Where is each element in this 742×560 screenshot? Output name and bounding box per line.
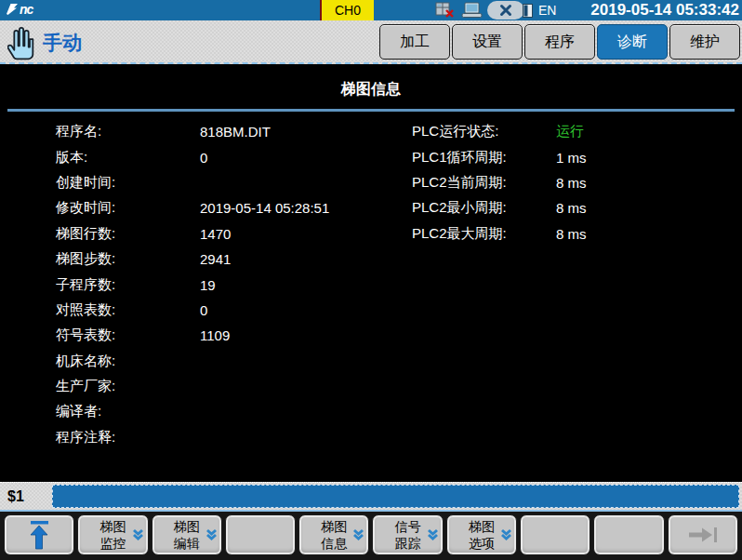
info-label: 符号表数: (56, 327, 200, 344)
info-label: PLC2当前周期: (412, 174, 556, 192)
info-label: 机床名称: (56, 353, 200, 370)
info-label: 梯图步数: (56, 250, 200, 268)
tab-maintenance[interactable]: 维护 (669, 24, 740, 60)
plc-status-value: 运行 (556, 123, 584, 140)
close-pill-icon[interactable] (487, 1, 524, 20)
softkey-return-top[interactable] (4, 514, 74, 555)
info-label: 程序注释: (56, 429, 200, 447)
row-version: 版本:0 (56, 144, 412, 169)
info-value: 2019-05-14 05:28:51 (200, 200, 329, 216)
row-compiler: 编译者: (56, 399, 412, 424)
chevron-down-icon (132, 528, 144, 541)
softkey-next-page[interactable] (668, 514, 738, 555)
cnc-logo-mark-icon (5, 2, 20, 17)
info-value: 818BM.DIT (200, 124, 271, 140)
softkey-signal-trace[interactable]: 信号跟踪 (372, 514, 443, 555)
info-value: 19 (200, 277, 216, 293)
info-value: 2941 (200, 251, 231, 267)
info-value: 0 (200, 302, 207, 318)
info-label: 对照表数: (56, 301, 200, 319)
remote-pc-icon (460, 2, 483, 19)
row-modify-time: 修改时间:2019-05-14 05:28:51 (56, 195, 412, 220)
row-plc2-current: PLC2当前周期:8 ms (412, 170, 742, 195)
row-plc2-min: PLC2最小周期:8 ms (412, 195, 742, 220)
info-label: PLC1循环周期: (412, 149, 556, 167)
command-input[interactable] (52, 485, 739, 508)
info-label: 子程序数: (56, 276, 200, 294)
cnc-screen: nc CH0 (0, 0, 742, 560)
page-title: 梯图信息 (0, 66, 742, 100)
softkey-ladder-info[interactable]: 梯图信息 (298, 514, 369, 555)
network-error-icon (435, 2, 456, 19)
softkey-ladder-edit[interactable]: 梯图编辑 (152, 514, 222, 555)
channel-prompt: $1 (0, 488, 52, 505)
cnc-logo-icon: nc (5, 2, 33, 17)
channel-badge[interactable]: CH0 (320, 0, 374, 20)
return-top-arrow-icon (27, 519, 51, 551)
softkey-label: 梯图监控 (99, 518, 126, 552)
row-ladder-lines: 梯图行数:1470 (56, 221, 412, 247)
chevron-down-icon (500, 528, 512, 541)
main-tabs: 加工 设置 程序 诊断 维护 (379, 24, 740, 60)
chevron-down-icon (352, 528, 364, 541)
softkey-ladder-options[interactable]: 梯图选项 (446, 514, 517, 555)
info-value: 1470 (200, 226, 231, 242)
info-value: 8 ms (556, 200, 587, 216)
row-plc-status: PLC运行状态:运行 (412, 119, 742, 144)
row-machine-name: 机床名称: (56, 349, 412, 374)
ime-icon (523, 4, 533, 18)
command-bar: $1 (0, 482, 742, 510)
softkey-label: 信号跟踪 (395, 518, 421, 552)
softkey-ladder-monitor[interactable]: 梯图监控 (77, 514, 148, 555)
info-label: PLC运行状态: (412, 123, 556, 140)
row-symbol-tables: 符号表数:1109 (56, 323, 412, 348)
row-crossref-tables: 对照表数:0 (56, 298, 412, 323)
softkey-label: 梯图信息 (321, 518, 347, 552)
info-value: 8 ms (556, 226, 587, 242)
info-label: 生产厂家: (56, 378, 200, 395)
softkey-empty-2[interactable] (520, 514, 590, 555)
ladder-info-panel: 梯图信息 程序名:818BM.DIT 版本:0 创建时间: 修改时间:2019-… (0, 66, 742, 482)
info-column-right: PLC运行状态:运行 PLC1循环周期:1 ms PLC2当前周期:8 ms P… (412, 119, 742, 450)
softkey-empty-3[interactable] (593, 514, 664, 555)
softkey-label: 梯图编辑 (174, 518, 200, 552)
info-value: 1 ms (556, 150, 587, 166)
row-plc1-cycle: PLC1循环周期:1 ms (412, 144, 742, 169)
row-ladder-steps: 梯图步数:2941 (56, 247, 412, 272)
language-label: EN (538, 3, 556, 18)
hand-icon (7, 24, 39, 65)
datetime-display: 2019-05-14 05:33:42 (590, 0, 739, 20)
tab-program[interactable]: 程序 (524, 24, 595, 60)
mode-label: 手动 (43, 30, 82, 56)
row-plc2-max: PLC2最大周期:8 ms (412, 221, 742, 247)
chevron-down-icon (205, 528, 218, 541)
info-label: 编译者: (56, 403, 200, 420)
info-label: 梯图行数: (56, 225, 200, 243)
top-status-icons (435, 1, 524, 20)
info-label: PLC2最大周期: (412, 225, 556, 243)
mode-tab-bar: 手动 加工 设置 程序 诊断 维护 (0, 20, 742, 64)
softkey-bar: 梯图监控 梯图编辑 梯图信息 (0, 510, 742, 560)
info-value: 8 ms (556, 175, 587, 191)
tab-settings[interactable]: 设置 (452, 24, 523, 60)
info-column-left: 程序名:818BM.DIT 版本:0 创建时间: 修改时间:2019-05-14… (0, 119, 412, 450)
info-value: 0 (200, 150, 207, 166)
info-label: PLC2最小周期: (412, 199, 556, 217)
info-label: 版本: (56, 149, 200, 167)
tab-diagnosis[interactable]: 诊断 (597, 24, 668, 60)
row-program-name: 程序名:818BM.DIT (56, 119, 412, 144)
row-program-comment: 程序注释: (56, 425, 412, 450)
softkey-empty-1[interactable] (225, 514, 296, 555)
logo-text: nc (20, 2, 33, 17)
info-label: 程序名: (56, 123, 200, 140)
softkey-label: 梯图选项 (469, 518, 495, 552)
row-manufacturer: 生产厂家: (56, 374, 412, 399)
info-value: 1109 (200, 327, 230, 343)
tab-machining[interactable]: 加工 (379, 24, 450, 60)
chevron-down-icon (427, 528, 439, 541)
info-label: 修改时间: (56, 199, 200, 217)
language-indicator: EN (523, 0, 556, 20)
top-status-bar: nc CH0 (0, 0, 742, 20)
row-create-time: 创建时间: (56, 170, 412, 195)
next-page-arrow-icon (686, 525, 720, 545)
